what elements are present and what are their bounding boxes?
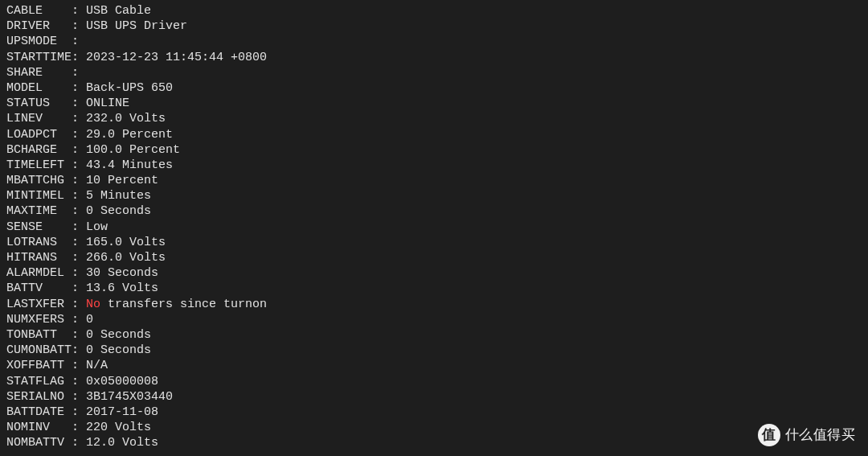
status-key: STATFLAG (6, 375, 72, 388)
status-row: XOFFBATT : N/A (6, 358, 862, 373)
status-value: 220 Volts (86, 421, 151, 434)
status-key: UPSMODE (6, 35, 72, 48)
status-key: LOADPCT (6, 128, 72, 142)
status-row: LINEV : 232.0 Volts (6, 111, 862, 126)
separator: : (72, 313, 86, 327)
separator: : (72, 405, 86, 419)
separator: : (72, 281, 86, 295)
separator: : (72, 66, 86, 80)
separator: : (72, 328, 86, 342)
status-key: SHARE (6, 66, 72, 80)
separator: : (72, 236, 86, 249)
separator: : (72, 143, 86, 157)
separator: : (72, 158, 86, 172)
status-row: TONBATT : 0 Seconds (6, 327, 862, 343)
terminal-output: CABLE : USB CableDRIVER : USB UPS Driver… (6, 3, 862, 450)
status-row: MODEL : Back-UPS 650 (6, 80, 862, 96)
separator: : (72, 97, 86, 110)
status-row: STATFLAG : 0x05000008 (6, 374, 862, 389)
separator: : (72, 19, 86, 33)
status-row: BATTDATE : 2017-11-08 (6, 405, 862, 420)
status-key: HITRANS (6, 251, 72, 265)
status-key: SENSE (6, 220, 72, 234)
status-value: 266.0 Volts (86, 251, 166, 265)
status-key: DRIVER (6, 19, 72, 33)
status-key: TIMELEFT (6, 158, 72, 172)
status-value: Back-UPS 650 (86, 81, 173, 95)
status-value: 0 Seconds (86, 204, 151, 218)
separator: : (72, 343, 86, 357)
separator: : (72, 35, 86, 48)
separator: : (72, 81, 86, 95)
status-key: LOTRANS (6, 236, 72, 249)
status-row: SENSE : Low (6, 220, 862, 235)
status-row: SHARE : (6, 65, 862, 80)
separator: : (72, 189, 86, 203)
status-key: LINEV (6, 112, 72, 125)
separator: : (72, 359, 86, 372)
status-value-highlight: No (86, 298, 100, 311)
watermark-logo-char: 值 (762, 426, 776, 444)
status-key: STATUS (6, 97, 72, 110)
status-key: STARTTIME (6, 51, 72, 64)
separator: : (72, 128, 86, 142)
separator: : (72, 251, 86, 265)
status-key: CABLE (6, 4, 72, 18)
status-value: 29.0 Percent (86, 128, 173, 142)
status-row: NOMBATTV : 12.0 Volts (6, 435, 862, 450)
status-key: BATTDATE (6, 405, 72, 419)
separator: : (72, 112, 86, 125)
status-value: 43.4 Minutes (86, 158, 173, 172)
status-key: NOMBATTV (6, 436, 72, 450)
status-row: NOMINV : 220 Volts (6, 420, 862, 435)
status-row: STATUS : ONLINE (6, 96, 862, 111)
status-row: BATTV : 13.6 Volts (6, 281, 862, 296)
separator: : (72, 375, 86, 388)
status-value: 2023-12-23 11:45:44 +0800 (86, 51, 267, 64)
status-value: USB UPS Driver (86, 19, 187, 33)
separator: : (72, 220, 86, 234)
watermark: 值 什么值得买 (758, 424, 856, 446)
separator: : (72, 421, 86, 434)
status-row: TIMELEFT : 43.4 Minutes (6, 158, 862, 173)
status-value: 30 Seconds (86, 266, 158, 280)
status-key: NUMXFERS (6, 313, 72, 327)
status-key: CUMONBATT (6, 343, 72, 357)
status-value: Low (86, 220, 108, 234)
status-value: 2017-11-08 (86, 405, 158, 419)
status-key: MBATTCHG (6, 174, 72, 187)
status-row: CABLE : USB Cable (6, 3, 862, 18)
status-value: USB Cable (86, 4, 151, 18)
status-key: BCHARGE (6, 143, 72, 157)
status-row: NUMXFERS : 0 (6, 312, 862, 327)
separator: : (72, 4, 86, 18)
status-row: MAXTIME : 0 Seconds (6, 203, 862, 219)
separator: : (72, 266, 86, 280)
watermark-brand-text: 什么值得买 (785, 426, 856, 444)
separator: : (72, 204, 86, 218)
status-value: 3B1745X03440 (86, 390, 173, 404)
status-row: MBATTCHG : 10 Percent (6, 173, 862, 188)
status-row: BCHARGE : 100.0 Percent (6, 142, 862, 158)
status-key: MODEL (6, 81, 72, 95)
status-key: TONBATT (6, 328, 72, 342)
separator: : (72, 51, 86, 64)
status-value: 100.0 Percent (86, 143, 180, 157)
status-value: 165.0 Volts (86, 236, 166, 249)
separator: : (72, 390, 86, 404)
status-row: LASTXFER : No transfers since turnon (6, 297, 862, 312)
status-key: ALARMDEL (6, 266, 72, 280)
status-row: HITRANS : 266.0 Volts (6, 250, 862, 265)
status-row: CUMONBATT: 0 Seconds (6, 343, 862, 358)
status-row: UPSMODE : (6, 34, 862, 49)
status-row: LOTRANS : 165.0 Volts (6, 235, 862, 250)
status-value: ONLINE (86, 97, 129, 110)
status-value: 12.0 Volts (86, 436, 158, 450)
separator: : (72, 174, 86, 187)
status-value: 13.6 Volts (86, 281, 158, 295)
status-row: STARTTIME: 2023-12-23 11:45:44 +0800 (6, 50, 862, 65)
status-value: 0 Seconds (86, 328, 151, 342)
watermark-logo-icon: 值 (758, 424, 780, 446)
status-row: ALARMDEL : 30 Seconds (6, 265, 862, 281)
status-key: LASTXFER (6, 298, 72, 311)
